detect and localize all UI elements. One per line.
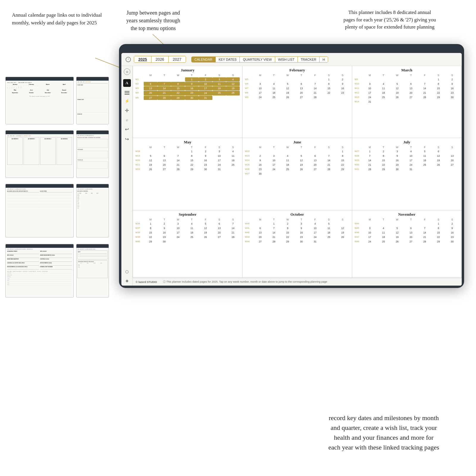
week-label-w26[interactable]: W26	[245, 167, 253, 171]
jan-30[interactable]: 30	[185, 96, 199, 100]
forward-icon[interactable]: ↪	[125, 136, 129, 142]
week-label-w22-may[interactable]: W22	[135, 167, 144, 171]
week-label-w39[interactable]: W39	[135, 235, 144, 239]
jan-21[interactable]: 21	[157, 91, 171, 95]
bolt-icon[interactable]: ⚡	[125, 99, 129, 104]
week-label-w37[interactable]: W37	[135, 226, 144, 230]
clock-sidebar-icon[interactable]: ⊙	[124, 68, 130, 75]
week-label-w40-oct[interactable]: W40	[245, 222, 253, 226]
thumb-quarterly-1[interactable]: 202520262027 CALENDARQUARTERLY VIEW QUAR…	[5, 130, 74, 178]
week-label-w48[interactable]: W48	[355, 239, 363, 244]
jan-28[interactable]: 28	[157, 96, 171, 100]
week-label-w29[interactable]: W29	[355, 158, 363, 162]
week-label-w9-mar[interactable]: W9	[355, 77, 363, 82]
jan-24[interactable]: 24	[199, 91, 212, 95]
thumb-keydates-1[interactable]: 202520262027KEY DATES JANUARY FEBRUARY M…	[76, 77, 109, 124]
jan-27[interactable]: 27	[144, 96, 157, 100]
week-label-w18[interactable]: W18	[135, 149, 144, 154]
layers-icon[interactable]: ◈	[126, 278, 129, 283]
year-tab-2025[interactable]: 2025	[134, 56, 151, 62]
week-label-w45[interactable]: W45	[355, 226, 363, 230]
thumb-weekly-1[interactable]: 2025 2026 2027 CALENDAR KEY DATES... REA…	[5, 184, 74, 237]
jan-16[interactable]: 16	[185, 86, 199, 90]
thumb-annual-1[interactable]: 202520262027 CALENDARKEY DATES January M…	[5, 77, 74, 124]
week-label-w22-jun[interactable]: W22	[245, 149, 253, 154]
week-label-w30[interactable]: W30	[355, 163, 363, 167]
jan-4[interactable]: 4	[226, 77, 240, 82]
jan-25[interactable]: 25	[212, 91, 226, 95]
week-label-w9-feb[interactable]: W9	[245, 95, 253, 99]
nav-tab-more[interactable]: H	[320, 57, 328, 62]
week-label-w36[interactable]: W36	[135, 222, 144, 226]
week-label-w44-oct[interactable]: W44	[245, 239, 253, 244]
week-label-w25[interactable]: W25	[245, 163, 253, 167]
jan-7[interactable]: 7	[157, 82, 171, 86]
week-label-w1[interactable]: W1	[135, 77, 144, 82]
week-label-w8[interactable]: W8	[245, 91, 253, 95]
week-label-w28[interactable]: W28	[355, 154, 363, 158]
week-label-w47[interactable]: W47	[355, 235, 363, 239]
week-label-w42[interactable]: W42	[245, 231, 253, 235]
nav-tab-keydates[interactable]: KEY DATES	[216, 57, 240, 62]
jan-22[interactable]: 22	[171, 91, 185, 95]
week-label-w12[interactable]: W12	[355, 91, 363, 95]
plus-icon[interactable]: ✛	[125, 108, 129, 113]
week-label-w13[interactable]: W13	[355, 95, 363, 99]
jan-31[interactable]: 31	[199, 96, 212, 100]
jan-23[interactable]: 23	[185, 91, 199, 95]
week-label-w5-feb[interactable]: W5	[245, 77, 253, 82]
thumb-tracker-1[interactable]: 2025 2026 2027 CALENDAR KEY... READING M…	[76, 184, 109, 237]
week-label-w4[interactable]: W4	[135, 91, 144, 95]
week-label-w31[interactable]: W31	[355, 167, 363, 171]
jan-10[interactable]: 10	[199, 82, 212, 86]
jan-15[interactable]: 15	[171, 86, 185, 90]
week-label-w19[interactable]: W19	[135, 154, 144, 158]
week-label-w2[interactable]: W2	[135, 82, 144, 86]
jan-26[interactable]: 26	[226, 91, 240, 95]
year-tab-2026[interactable]: 2026	[151, 56, 169, 62]
week-label-w44-nov[interactable]: W44	[355, 222, 363, 226]
week-label-w21[interactable]: W21	[135, 163, 144, 167]
october-title[interactable]: October	[245, 212, 349, 217]
week-label-w11[interactable]: W11	[355, 86, 363, 90]
week-label-w46[interactable]: W46	[355, 231, 363, 235]
week-label-w27-jun[interactable]: W27	[245, 172, 253, 176]
week-label-w5-jan[interactable]: W5	[135, 96, 144, 100]
november-title[interactable]: November	[355, 212, 459, 217]
jan-17[interactable]: 17	[199, 86, 212, 90]
clock-icon[interactable]	[126, 57, 131, 62]
search-icon[interactable]: ⌕	[126, 118, 128, 122]
week-label-w10[interactable]: W10	[355, 82, 363, 86]
jan-29[interactable]: 29	[171, 96, 185, 100]
jan-11[interactable]: 11	[212, 82, 226, 86]
week-label-w24[interactable]: W24	[245, 158, 253, 162]
june-title[interactable]: June	[245, 140, 349, 145]
february-title[interactable]: February	[245, 68, 349, 73]
a-icon[interactable]: A	[123, 79, 131, 87]
jan-3[interactable]: 3	[212, 77, 226, 82]
nav-tab-calendar[interactable]: CALENDAR	[192, 57, 216, 62]
week-label-w40-sep[interactable]: W40	[135, 239, 144, 244]
jan-8[interactable]: 8	[171, 82, 185, 86]
export-icon[interactable]: ⬡	[125, 270, 129, 274]
week-label-w7[interactable]: W7	[245, 86, 253, 90]
week-label-w6[interactable]: W6	[245, 82, 253, 86]
menu-icon[interactable]	[125, 91, 129, 95]
nav-tab-tracker[interactable]: TRACKER	[298, 57, 320, 62]
week-label-w27-jul[interactable]: W27	[355, 149, 363, 154]
jan-1[interactable]: 1	[185, 77, 199, 82]
jan-12[interactable]: 12	[226, 82, 240, 86]
jan-20[interactable]: 20	[144, 91, 157, 95]
back-icon[interactable]: ↩	[125, 126, 129, 132]
nav-tab-quarterly[interactable]: QUARTERLY VIEW	[240, 57, 275, 62]
thumb-finance-1[interactable]: 2025 2026 2027 CALENDAR KEY DATES... FIN…	[5, 244, 74, 298]
jan-14[interactable]: 14	[157, 86, 171, 90]
jan-9[interactable]: 9	[185, 82, 199, 86]
september-title[interactable]: September	[135, 212, 240, 217]
jan-19[interactable]: 19	[226, 86, 240, 90]
week-label-w20[interactable]: W20	[135, 158, 144, 162]
year-tab-2027[interactable]: 2027	[169, 56, 186, 62]
july-title[interactable]: July	[355, 140, 459, 145]
jan-2[interactable]: 2	[199, 77, 212, 82]
week-label-w3[interactable]: W3	[135, 86, 144, 90]
